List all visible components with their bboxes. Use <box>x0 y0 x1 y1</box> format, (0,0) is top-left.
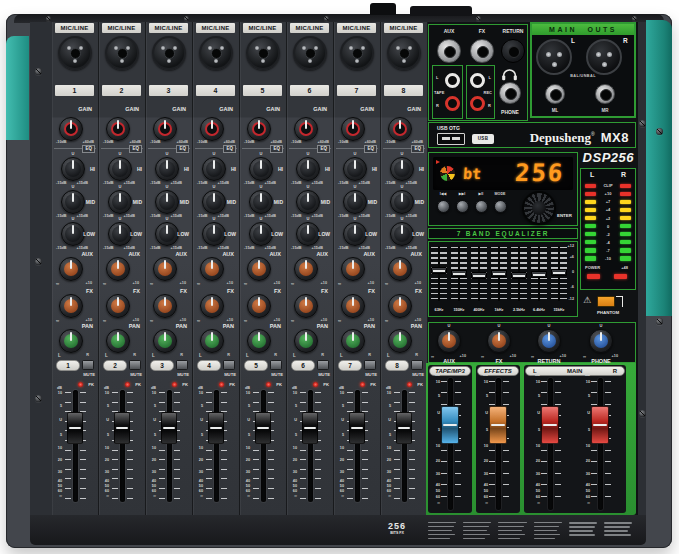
aux-knob[interactable] <box>153 257 177 281</box>
fx-monitor-knob[interactable] <box>487 329 511 353</box>
low-knob[interactable] <box>390 222 414 246</box>
gain-knob[interactable] <box>388 117 412 141</box>
fx-knob[interactable] <box>200 294 224 318</box>
gain-knob[interactable] <box>59 117 83 141</box>
hi-knob[interactable] <box>296 157 320 181</box>
mute-button[interactable] <box>317 360 329 370</box>
pan-knob[interactable] <box>59 329 83 353</box>
fader-handle[interactable] <box>302 412 318 444</box>
usb-port[interactable] <box>437 133 465 145</box>
hi-knob[interactable] <box>61 157 85 181</box>
aux-knob[interactable] <box>200 257 224 281</box>
eq-band-handle[interactable] <box>471 272 487 279</box>
hi-knob[interactable] <box>390 157 414 181</box>
eq-band-handle[interactable] <box>511 272 527 279</box>
previous-button[interactable] <box>437 200 450 213</box>
mute-button[interactable] <box>82 360 94 370</box>
return-jack[interactable] <box>501 39 525 63</box>
rec-left-rca-jack[interactable] <box>470 73 485 88</box>
channel-number-button[interactable]: 2 <box>103 360 127 371</box>
mid-knob[interactable] <box>155 190 179 214</box>
hi-knob[interactable] <box>155 157 179 181</box>
mode-button[interactable] <box>494 200 507 213</box>
mute-button[interactable] <box>129 360 141 370</box>
xlr-combo-jack[interactable] <box>58 36 92 70</box>
phantom-power-switch[interactable] <box>597 296 615 307</box>
fx-knob[interactable] <box>341 294 365 318</box>
phone-monitor-knob[interactable] <box>589 329 613 353</box>
mute-button[interactable] <box>364 360 376 370</box>
xlr-combo-jack[interactable] <box>246 36 280 70</box>
eq-band-handle[interactable] <box>451 270 467 277</box>
pan-knob[interactable] <box>106 329 130 353</box>
mid-knob[interactable] <box>202 190 226 214</box>
channel-number-button[interactable]: 6 <box>291 360 315 371</box>
low-knob[interactable] <box>108 222 132 246</box>
xlr-combo-jack[interactable] <box>340 36 374 70</box>
enter-encoder-knob[interactable] <box>522 191 556 225</box>
low-knob[interactable] <box>61 222 85 246</box>
mute-button[interactable] <box>176 360 188 370</box>
rec-right-rca-jack[interactable] <box>470 96 485 111</box>
fader-handle[interactable] <box>349 412 365 444</box>
tape-left-rca-jack[interactable] <box>445 73 460 88</box>
pan-knob[interactable] <box>341 329 365 353</box>
pan-knob[interactable] <box>200 329 224 353</box>
fx-knob[interactable] <box>247 294 271 318</box>
aux-knob[interactable] <box>106 257 130 281</box>
mid-knob[interactable] <box>108 190 132 214</box>
mid-knob[interactable] <box>296 190 320 214</box>
aux-knob[interactable] <box>341 257 365 281</box>
fader-handle[interactable] <box>255 412 271 444</box>
gain-knob[interactable] <box>200 117 224 141</box>
fx-knob[interactable] <box>294 294 318 318</box>
fader-handle[interactable] <box>114 412 130 444</box>
aux-knob[interactable] <box>247 257 271 281</box>
pan-knob[interactable] <box>153 329 177 353</box>
fader-handle[interactable] <box>591 406 609 444</box>
aux-knob[interactable] <box>59 257 83 281</box>
xlr-combo-jack[interactable] <box>105 36 139 70</box>
eq-band-handle[interactable] <box>491 270 507 277</box>
gain-knob[interactable] <box>106 117 130 141</box>
channel-number-button[interactable]: 5 <box>244 360 268 371</box>
pan-knob[interactable] <box>388 329 412 353</box>
fader-handle[interactable] <box>208 412 224 444</box>
pan-knob[interactable] <box>247 329 271 353</box>
fader-handle[interactable] <box>161 412 177 444</box>
fx-knob[interactable] <box>388 294 412 318</box>
power-switch[interactable] <box>370 3 396 15</box>
fx-knob[interactable] <box>59 294 83 318</box>
gain-knob[interactable] <box>247 117 271 141</box>
low-knob[interactable] <box>296 222 320 246</box>
channel-number-button[interactable]: 1 <box>56 360 80 371</box>
gain-knob[interactable] <box>294 117 318 141</box>
eq-band-handle[interactable] <box>531 271 547 278</box>
main-left-jack[interactable] <box>545 84 565 104</box>
low-knob[interactable] <box>343 222 367 246</box>
main-out-left-xlr[interactable] <box>536 39 572 75</box>
low-knob[interactable] <box>155 222 179 246</box>
eq-band-handle[interactable] <box>431 267 447 274</box>
phone-jack[interactable] <box>499 82 521 104</box>
mute-button[interactable] <box>411 360 423 370</box>
mute-button[interactable] <box>223 360 235 370</box>
next-button[interactable] <box>456 200 469 213</box>
fader-handle[interactable] <box>489 406 507 444</box>
channel-number-button[interactable]: 4 <box>197 360 221 371</box>
low-knob[interactable] <box>249 222 273 246</box>
aux-knob[interactable] <box>388 257 412 281</box>
play-pause-button[interactable] <box>475 200 488 213</box>
tape-right-rca-jack[interactable] <box>445 96 460 111</box>
gain-knob[interactable] <box>153 117 177 141</box>
channel-number-button[interactable]: 3 <box>150 360 174 371</box>
fader-handle[interactable] <box>541 406 559 444</box>
main-right-jack[interactable] <box>595 84 615 104</box>
xlr-combo-jack[interactable] <box>387 36 421 70</box>
xlr-combo-jack[interactable] <box>152 36 186 70</box>
mid-knob[interactable] <box>249 190 273 214</box>
mid-knob[interactable] <box>61 190 85 214</box>
fx-knob[interactable] <box>153 294 177 318</box>
hi-knob[interactable] <box>108 157 132 181</box>
hi-knob[interactable] <box>343 157 367 181</box>
